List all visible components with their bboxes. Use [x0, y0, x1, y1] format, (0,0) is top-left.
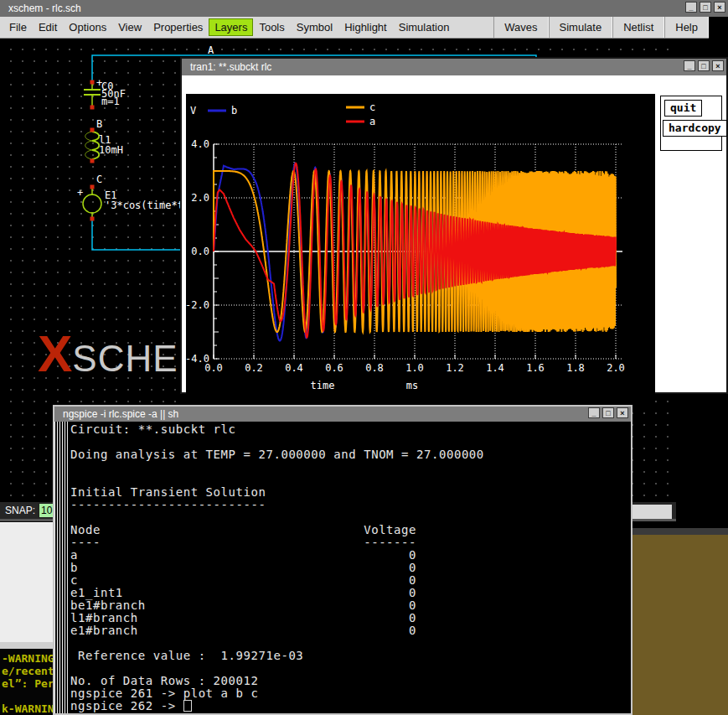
background-white-window [0, 522, 53, 643]
menu-item-simulation[interactable]: Simulation [393, 18, 456, 36]
xschem-menubar: FileEditOptionsViewPropertiesLayersTools… [0, 17, 709, 39]
terminal-line: -------------------------- [70, 499, 629, 511]
terminal-output[interactable]: Circuit: **.subckt rlcDoing analysis at … [70, 423, 629, 713]
terminal-titlebar[interactable]: ngspice -i rlc.spice -a || sh _ □ × [54, 407, 631, 422]
statusbar-right-box [631, 505, 672, 519]
menu-item-tools[interactable]: Tools [253, 18, 290, 36]
legend-label-b: b [231, 105, 237, 117]
terminal-line [70, 461, 629, 474]
net-label-a[interactable]: A [208, 44, 214, 56]
y-tick-label: -4.0 [186, 353, 209, 365]
close-icon[interactable]: × [617, 407, 628, 418]
menu-item-layers[interactable]: Layers [209, 18, 253, 36]
menu-item-view[interactable]: View [112, 18, 147, 36]
terminal-title: ngspice -i rlc.spice -a || sh [63, 408, 178, 420]
plot-window-titlebar[interactable]: tran1: **.subckt rlc _ □ × [182, 59, 726, 75]
terminal-line: e1#branch 0 [70, 624, 629, 637]
x-tick-label: 0.8 [365, 362, 384, 374]
terminal-line: e1_int1 0 [70, 587, 629, 599]
x-axis-label: time [311, 380, 335, 391]
netlist-button[interactable]: Netlist [612, 17, 664, 38]
plot-buttons-panel: quit hardcopy [660, 96, 722, 151]
menu-items-group: FileEditOptionsViewPropertiesLayersTools… [3, 18, 455, 36]
terminal-line: Doing analysis at TEMP = 27.000000 and T… [70, 448, 629, 461]
terminal-line: Circuit: **.subckt rlc [70, 423, 629, 436]
source-plus: + [77, 187, 83, 199]
waveform-plot-area: 0.00.20.40.60.81.01.21.41.61.82.04.02.00… [186, 94, 655, 404]
legend-label-c: c [369, 101, 375, 113]
xschem-window-title: xschem - rlc.sch [8, 3, 81, 14]
waveform-plot: 0.00.20.40.60.81.01.21.41.61.82.04.02.00… [186, 94, 655, 404]
terminal-line [70, 436, 629, 448]
minimize-icon[interactable]: _ [684, 60, 695, 71]
close-icon[interactable]: × [714, 2, 725, 13]
terminal-line: b 0 [70, 562, 629, 574]
terminal-line: a 0 [70, 549, 629, 562]
maximize-icon[interactable]: □ [602, 407, 614, 418]
capacitor-c0[interactable]: + C0 50nF m=1 [84, 77, 126, 107]
waves-button[interactable]: Waves [493, 17, 548, 38]
quit-button[interactable]: quit [664, 100, 702, 117]
x-tick-label: 1.2 [446, 362, 464, 374]
inductor-l1[interactable]: l1 10mH [85, 132, 123, 159]
simulate-button[interactable]: Simulate [549, 17, 613, 38]
x-tick-label: 2.0 [607, 362, 625, 374]
legend-label-a: a [369, 116, 375, 127]
cap-extra: m=1 [101, 96, 120, 107]
menu-item-symbol[interactable]: Symbol [291, 18, 338, 36]
minimize-icon[interactable]: _ [588, 407, 600, 418]
x-tick-label: 0.2 [245, 362, 263, 374]
menu-item-file[interactable]: File [3, 18, 33, 36]
background-brown-window [631, 528, 728, 715]
net-label-c[interactable]: C [96, 174, 102, 185]
terminal-line: Initial Transient Solution [70, 486, 629, 499]
menu-item-edit[interactable]: Edit [33, 18, 63, 36]
y-axis-title: V [190, 105, 196, 117]
x-tick-label: 1.0 [405, 362, 424, 374]
terminal-line [70, 511, 629, 524]
terminal-scrollbar[interactable] [54, 422, 68, 713]
ngspice-terminal-window: ngspice -i rlc.spice -a || sh _ □ × Circ… [53, 405, 632, 715]
x-tick-label: 1.4 [486, 362, 504, 374]
xschem-window-titlebar[interactable]: xschem - rlc.sch _ □ × [0, 0, 728, 17]
terminal-line: ngspice 261 -> plot a b c [70, 687, 629, 700]
minimize-icon[interactable]: _ [685, 2, 697, 13]
y-tick-label: 2.0 [191, 192, 209, 204]
y-tick-label: -2.0 [186, 299, 209, 311]
menu-item-highlight[interactable]: Highlight [338, 18, 393, 36]
hardcopy-button[interactable]: hardcopy [663, 120, 727, 137]
terminal-line [70, 662, 629, 675]
x-tick-label: 0.4 [285, 362, 303, 374]
background-white-window-strip [0, 642, 53, 649]
menu-item-options[interactable]: Options [63, 18, 112, 36]
net-label-b[interactable]: B [96, 118, 102, 130]
snap-label: SNAP: [5, 505, 35, 516]
x-axis-unit: ms [406, 380, 418, 391]
ind-value: 10mH [99, 144, 123, 156]
menu-item-properties[interactable]: Properties [147, 18, 209, 36]
terminal-line: be1#branch 0 [70, 599, 629, 612]
terminal-line: Node Voltage [70, 524, 629, 536]
maximize-icon[interactable]: □ [700, 2, 711, 13]
terminal-line: Reference value : 1.99271e-03 [70, 650, 629, 662]
plot-window: tran1: **.subckt rlc _ □ × 0.00.20.40.60… [180, 57, 728, 394]
xschem-logo: XSCHEM [38, 332, 184, 382]
desktop: { "xschem": { "titlebar": { "title": "xs… [0, 0, 728, 715]
y-tick-label: 0.0 [191, 246, 209, 257]
terminal-line [70, 637, 629, 650]
x-tick-label: 1.6 [526, 362, 545, 374]
y-tick-label: 4.0 [191, 138, 209, 150]
xschem-logo-x: X [38, 324, 72, 382]
terminal-line: ---- ------- [70, 536, 629, 549]
x-tick-label: 1.8 [566, 362, 585, 374]
background-warning-terminal: -WARNING e/recently el”: Perr k-WARNING [0, 649, 53, 715]
menu-action-buttons: WavesSimulateNetlistHelp [493, 17, 709, 38]
terminal-line: l1#branch 0 [70, 612, 629, 624]
help-button[interactable]: Help [664, 17, 709, 38]
terminal-line: c 0 [70, 574, 629, 587]
close-icon[interactable]: × [712, 60, 724, 71]
x-tick-label: 0.6 [325, 362, 343, 374]
terminal-line [70, 474, 629, 486]
terminal-line: No. of Data Rows : 200012 [70, 675, 629, 687]
maximize-icon[interactable]: □ [698, 60, 710, 71]
